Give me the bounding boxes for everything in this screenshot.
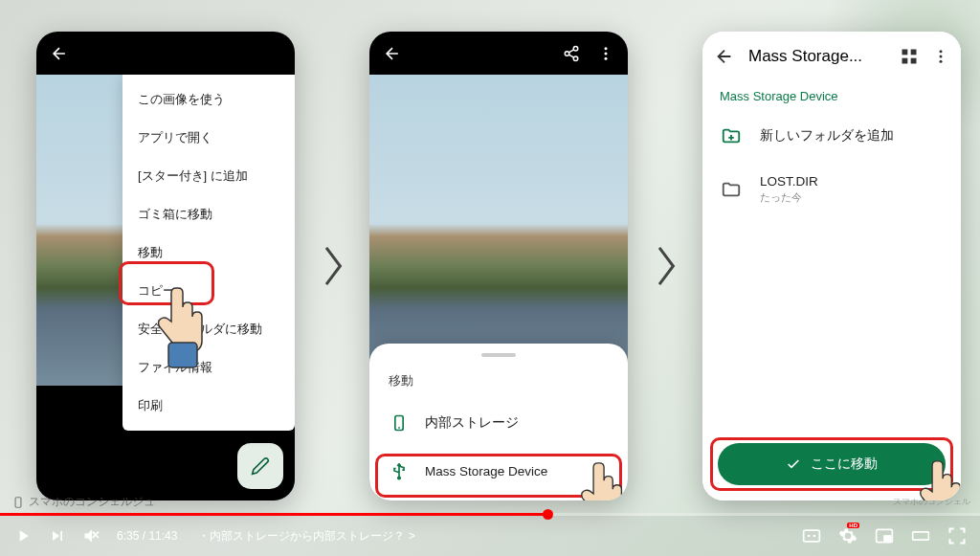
svg-rect-26: [884, 536, 891, 541]
phone-1: この画像を使う アプリで開く [スター付き] に追加 ゴミ箱に移動 移動 コピー…: [36, 32, 295, 500]
chevron-right-icon: [313, 247, 351, 285]
menu-to-trash[interactable]: ゴミ箱に移動: [122, 195, 295, 234]
svg-rect-24: [804, 530, 820, 542]
back-icon[interactable]: [383, 44, 402, 63]
chapter-title[interactable]: ・内部ストレージから内部ストレージ？ >: [198, 528, 414, 545]
svg-point-6: [605, 47, 608, 50]
svg-rect-14: [911, 50, 917, 56]
folder-row[interactable]: LOST.DIR たった今: [702, 161, 961, 218]
more-icon[interactable]: [597, 45, 614, 62]
phone3-subtitle: Mass Storage Device: [702, 81, 961, 111]
svg-point-17: [940, 50, 943, 53]
add-folder-icon: [720, 124, 743, 147]
menu-copy[interactable]: コピー: [122, 272, 295, 310]
svg-point-3: [573, 56, 578, 61]
back-icon[interactable]: [50, 44, 69, 63]
move-button-label: ここに移動: [811, 456, 878, 473]
usb-icon: [389, 460, 410, 481]
sheet-title: 移動: [369, 368, 628, 399]
svg-rect-16: [911, 58, 917, 64]
new-folder-row[interactable]: 新しいフォルダを追加: [702, 111, 961, 161]
phone-2: 移動 内部ストレージ Mass Storage Device: [369, 32, 628, 500]
phone1-body: この画像を使う アプリで開く [スター付き] に追加 ゴミ箱に移動 移動 コピー…: [36, 75, 295, 500]
menu-move[interactable]: 移動: [122, 234, 295, 272]
svg-point-1: [573, 46, 578, 51]
miniplayer-icon[interactable]: [875, 526, 894, 545]
watermark: スマホのコンシェルジュ: [11, 494, 155, 510]
share-icon[interactable]: [563, 45, 580, 62]
phone-3: Mass Storage... Mass Storage Device 新しいフ…: [702, 32, 961, 500]
watermark-text: スマホのコンシェルジュ: [29, 494, 155, 510]
svg-rect-15: [902, 58, 908, 64]
move-here-button[interactable]: ここに移動: [718, 443, 946, 485]
menu-file-info[interactable]: ファイル情報: [122, 348, 295, 387]
svg-rect-23: [15, 497, 21, 507]
theater-icon[interactable]: [911, 526, 930, 545]
phone3-header: Mass Storage...: [702, 32, 961, 81]
phone1-header: [36, 32, 295, 75]
sheet-handle[interactable]: [481, 353, 516, 357]
svg-point-2: [565, 51, 569, 56]
svg-point-18: [940, 56, 943, 58]
menu-safe-move[interactable]: 安全なフォルダに移動: [122, 310, 295, 348]
phone2-body: 移動 内部ストレージ Mass Storage Device: [369, 75, 628, 500]
settings-icon[interactable]: HD: [838, 526, 858, 545]
svg-rect-27: [913, 532, 929, 540]
sheet-internal-label: 内部ストレージ: [425, 414, 519, 432]
back-icon[interactable]: [714, 46, 735, 67]
edit-fab[interactable]: [237, 443, 283, 489]
menu-use-image[interactable]: この画像を使う: [122, 80, 295, 119]
sheet-internal-storage[interactable]: 内部ストレージ: [369, 399, 628, 447]
svg-point-19: [940, 60, 943, 63]
time-display: 6:35 / 11:43: [117, 529, 177, 543]
menu-print[interactable]: 印刷: [122, 387, 295, 425]
next-icon[interactable]: [48, 526, 67, 545]
more-icon[interactable]: [932, 48, 949, 65]
context-menu: この画像を使う アプリで開く [スター付き] に追加 ゴミ箱に移動 移動 コピー…: [122, 75, 295, 431]
branding-right: スマホのコンシェル: [893, 496, 970, 508]
phone2-header: [369, 32, 628, 75]
sheet-mass-storage[interactable]: Mass Storage Device: [369, 447, 628, 495]
menu-open-with[interactable]: アプリで開く: [122, 119, 295, 157]
play-icon[interactable]: [13, 526, 33, 545]
captions-icon[interactable]: [802, 526, 821, 545]
main-content: この画像を使う アプリで開く [スター付き] に追加 ゴミ箱に移動 移動 コピー…: [36, 33, 961, 499]
folder-icon: [720, 178, 743, 201]
svg-rect-13: [902, 50, 908, 56]
folder-time: たった今: [760, 190, 818, 205]
phone-storage-icon: [389, 412, 410, 434]
svg-line-4: [568, 55, 573, 57]
check-icon: [786, 456, 801, 472]
phone3-body: Mass Storage Device 新しいフォルダを追加 LOST.DIR …: [702, 81, 961, 500]
menu-add-star[interactable]: [スター付き] に追加: [122, 157, 295, 195]
hd-badge: HD: [847, 523, 859, 528]
svg-point-11: [398, 477, 401, 479]
svg-point-7: [605, 52, 608, 55]
volume-muted-icon[interactable]: [82, 526, 101, 545]
folder-name: LOST.DIR: [760, 174, 818, 189]
svg-point-8: [605, 56, 608, 59]
phone3-title: Mass Storage...: [748, 47, 886, 66]
chevron-right-icon: [646, 247, 684, 285]
new-folder-label: 新しいフォルダを追加: [760, 127, 894, 145]
grid-view-icon[interactable]: [900, 47, 919, 66]
sheet-mass-label: Mass Storage Device: [425, 464, 547, 478]
svg-line-5: [568, 49, 573, 52]
video-controls: 6:35 / 11:43 ・内部ストレージから内部ストレージ？ > HD: [0, 516, 980, 556]
bottom-sheet: 移動 内部ストレージ Mass Storage Device: [369, 344, 628, 500]
fullscreen-icon[interactable]: [947, 526, 967, 545]
